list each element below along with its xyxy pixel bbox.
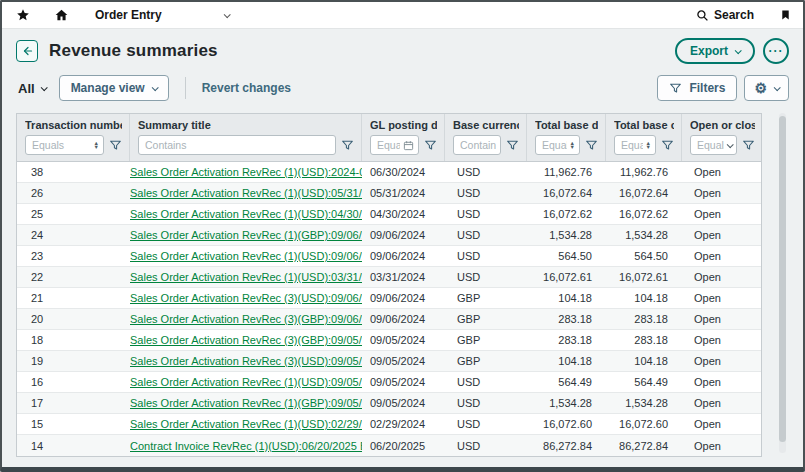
column-sort-label[interactable]: Summary title (138, 119, 354, 131)
column-header-transaction-number: Transaction numberEquals▲▼ (17, 114, 130, 161)
manage-view-button[interactable]: Manage view (59, 75, 169, 101)
view-toolbar: All Manage view Revert changes Filters ⚙ (16, 69, 789, 113)
total-base-debit-cell: 16,072.60 (527, 418, 606, 430)
column-sort-label[interactable]: Transaction number (25, 119, 122, 131)
filter-input[interactable] (145, 139, 331, 151)
filter-funnel-icon[interactable] (506, 139, 519, 152)
calendar-icon[interactable] (403, 140, 414, 151)
chevron-down-icon (40, 84, 47, 91)
module-selector-label: Order Entry (95, 8, 162, 22)
total-base-debit-cell: 86,272.84 (527, 440, 606, 452)
home-icon[interactable] (54, 8, 69, 22)
filter-text-control[interactable] (453, 135, 501, 155)
summary-title-cell: Sales Order Activation RevRec (1)(USD):2… (130, 166, 362, 178)
summary-title-link[interactable]: Sales Order Activation RevRec (1)(USD):0… (130, 271, 362, 283)
base-currency-cell: USD (445, 397, 527, 409)
summary-title-link[interactable]: Sales Order Activation RevRec (1)(USD):0… (130, 418, 362, 430)
total-base-credit-cell: 564.50 (606, 250, 682, 262)
updown-arrows-icon: ▲▼ (94, 141, 99, 149)
base-currency-cell: USD (445, 271, 527, 283)
summary-title-link[interactable]: Sales Order Activation RevRec (1)(USD):0… (130, 208, 362, 220)
table-row: 15Sales Order Activation RevRec (1)(USD)… (17, 414, 761, 435)
filter-input[interactable] (460, 139, 496, 151)
global-search[interactable]: Search (696, 8, 754, 22)
table-row: 14Contract Invoice RevRec (1)(USD):06/20… (17, 435, 761, 456)
filter-funnel-icon[interactable] (661, 139, 674, 152)
total-base-debit-cell: 564.49 (527, 376, 606, 388)
table-row: 18Sales Order Activation RevRec (3)(GBP)… (17, 330, 761, 351)
filter-select-control[interactable]: Equals▲▼ (614, 135, 656, 155)
view-scope-dropdown[interactable]: All (18, 81, 46, 96)
filter-funnel-icon[interactable] (341, 139, 354, 152)
total-base-debit-cell: 1,534.28 (527, 229, 606, 241)
column-sort-label[interactable]: Total base debit (535, 119, 598, 131)
summary-title-cell: Sales Order Activation RevRec (1)(USD):0… (130, 208, 362, 220)
bookmark-icon[interactable] (780, 8, 791, 22)
summary-title-link[interactable]: Sales Order Activation RevRec (1)(GBP):0… (130, 397, 362, 409)
revenue-summaries-table: Transaction numberEquals▲▼Summary titleG… (16, 113, 762, 457)
table-row: 23Sales Order Activation RevRec (1)(USD)… (17, 246, 761, 267)
transaction-number-cell: 22 (17, 271, 130, 283)
total-base-credit-cell: 1,534.28 (606, 397, 682, 409)
more-actions-button[interactable]: ··· (763, 38, 789, 64)
filter-text-control[interactable] (138, 135, 336, 155)
open-or-closed-cell: Open (682, 418, 762, 430)
total-base-credit-cell: 104.18 (606, 355, 682, 367)
open-or-closed-cell: Open (682, 313, 762, 325)
summary-title-link[interactable]: Sales Order Activation RevRec (1)(USD):2… (130, 166, 362, 178)
total-base-credit-cell: 104.18 (606, 292, 682, 304)
top-bar: Order Entry Search (2, 2, 803, 29)
search-label: Search (714, 8, 754, 22)
column-sort-label[interactable]: GL posting date (370, 119, 437, 131)
gl-posting-date-cell: 09/05/2024 (362, 376, 445, 388)
filter-select-control[interactable]: Equals▲▼ (25, 135, 104, 155)
total-base-debit-cell: 564.50 (527, 250, 606, 262)
column-sort-label[interactable]: Open or closed (690, 119, 755, 131)
revert-changes-link[interactable]: Revert changes (202, 81, 291, 95)
base-currency-cell: USD (445, 440, 527, 452)
transaction-number-cell: 21 (17, 292, 130, 304)
view-scope-label: All (18, 81, 35, 96)
summary-title-link[interactable]: Sales Order Activation RevRec (3)(GBP):0… (130, 334, 362, 346)
summary-title-cell: Sales Order Activation RevRec (1)(USD):0… (130, 418, 362, 430)
summary-title-cell: Sales Order Activation RevRec (3)(GBP):0… (130, 313, 362, 325)
base-currency-cell: GBP (445, 355, 527, 367)
summary-title-cell: Sales Order Activation RevRec (3)(USD):0… (130, 355, 362, 367)
summary-title-link[interactable]: Sales Order Activation RevRec (3)(USD):0… (130, 292, 362, 304)
filters-button[interactable]: Filters (657, 75, 737, 101)
summary-title-link[interactable]: Sales Order Activation RevRec (3)(USD):0… (130, 355, 362, 367)
filter-funnel-icon[interactable] (742, 139, 755, 152)
total-base-debit-cell: 283.18 (527, 313, 606, 325)
summary-title-cell: Sales Order Activation RevRec (1)(GBP):0… (130, 229, 362, 241)
column-sort-label[interactable]: Base currency (453, 119, 519, 131)
vertical-scrollbar[interactable] (779, 113, 786, 453)
column-sort-label[interactable]: Total base credit (614, 119, 674, 131)
total-base-debit-cell: 16,072.62 (527, 208, 606, 220)
summary-title-link[interactable]: Sales Order Activation RevRec (1)(USD):0… (130, 250, 362, 262)
favorites-star-icon[interactable] (16, 8, 30, 22)
filter-select-control[interactable]: Equals▲▼ (535, 135, 580, 155)
summary-title-link[interactable]: Sales Order Activation RevRec (1)(USD):0… (130, 376, 362, 388)
filter-funnel-icon[interactable] (424, 139, 437, 152)
filter-date-control[interactable] (370, 135, 419, 155)
base-currency-cell: GBP (445, 334, 527, 346)
column-header-open-or-closed: Open or closedEquals (682, 114, 762, 161)
summary-title-link[interactable]: Sales Order Activation RevRec (3)(GBP):0… (130, 313, 362, 325)
page-header: Revenue summaries Export ··· (16, 29, 789, 69)
total-base-credit-cell: 283.18 (606, 313, 682, 325)
back-button[interactable] (16, 40, 38, 62)
module-selector[interactable]: Order Entry (95, 8, 229, 22)
filter-input[interactable] (377, 139, 400, 151)
summary-title-cell: Sales Order Activation RevRec (1)(USD):0… (130, 376, 362, 388)
summary-title-link[interactable]: Contract Invoice RevRec (1)(USD):06/20/2… (130, 440, 362, 452)
scrollbar-thumb[interactable] (779, 116, 786, 442)
filter-funnel-icon[interactable] (585, 139, 598, 152)
chevron-down-icon (774, 84, 781, 91)
table-settings-button[interactable]: ⚙ (744, 75, 789, 101)
summary-title-link[interactable]: Sales Order Activation RevRec (1)(GBP):0… (130, 229, 362, 241)
filter-funnel-icon[interactable] (109, 139, 122, 152)
filter-select-chevron-control[interactable]: Equals (690, 135, 737, 155)
export-button[interactable]: Export (675, 38, 755, 64)
summary-title-link[interactable]: Sales Order Activation RevRec (1)(USD):0… (130, 187, 362, 199)
table-area: Transaction numberEquals▲▼Summary titleG… (16, 113, 789, 457)
